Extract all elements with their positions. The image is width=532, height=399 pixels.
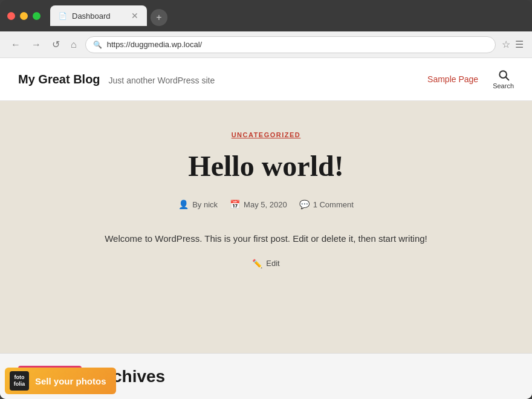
maximize-button[interactable] bbox=[33, 12, 41, 20]
comment-count: 1 Comment bbox=[313, 200, 354, 209]
address-bar[interactable]: 🔍 https://duggmedia.wp.local/ bbox=[85, 36, 496, 53]
svg-line-1 bbox=[505, 77, 508, 80]
author-meta: 👤 By nick bbox=[178, 199, 218, 209]
site-main: UNCATEGORIZED Hello world! 👤 By nick 📅 M… bbox=[0, 101, 532, 353]
address-icon: 🔍 bbox=[93, 41, 102, 49]
comment-icon: 💬 bbox=[299, 199, 310, 209]
post-title: Hello world! bbox=[188, 149, 343, 183]
tab-close-button[interactable]: ✕ bbox=[131, 11, 138, 21]
tab-label: Dashboard bbox=[72, 11, 111, 21]
tab-bar: 📄 Dashboard ✕ + bbox=[50, 5, 525, 26]
site-title: My Great Blog bbox=[18, 73, 100, 86]
date-icon: 📅 bbox=[230, 199, 240, 209]
search-icon bbox=[498, 69, 510, 81]
sample-page-link[interactable]: Sample Page bbox=[427, 74, 478, 84]
back-button[interactable]: ← bbox=[8, 38, 23, 51]
sell-logo: foto folia bbox=[10, 371, 29, 391]
edit-icon: ✏️ bbox=[252, 259, 262, 268]
author-icon: 👤 bbox=[178, 199, 189, 209]
browser-content: My Great Blog Just another WordPress sit… bbox=[0, 58, 532, 399]
post-content: Welcome to WordPress. This is your first… bbox=[105, 231, 427, 247]
nav-actions: ☆ ☰ bbox=[502, 39, 524, 50]
browser-window: 📄 Dashboard ✕ + ← → ↺ ⌂ 🔍 https://duggme… bbox=[0, 0, 532, 399]
edit-link[interactable]: ✏️ Edit bbox=[252, 259, 279, 268]
close-button[interactable] bbox=[7, 12, 15, 20]
active-tab[interactable]: 📄 Dashboard ✕ bbox=[50, 5, 147, 26]
search-button[interactable]: Search bbox=[493, 69, 514, 89]
search-label: Search bbox=[493, 82, 514, 89]
home-button[interactable]: ⌂ bbox=[68, 38, 79, 51]
post-meta: 👤 By nick 📅 May 5, 2020 💬 1 Comment bbox=[178, 199, 354, 209]
website: My Great Blog Just another WordPress sit… bbox=[0, 58, 532, 399]
nav-bar: ← → ↺ ⌂ 🔍 https://duggmedia.wp.local/ ☆ … bbox=[0, 31, 532, 58]
post-date: May 5, 2020 bbox=[244, 200, 287, 209]
new-tab-button[interactable]: + bbox=[151, 9, 167, 26]
site-nav: Sample Page Search bbox=[427, 69, 514, 89]
edit-label: Edit bbox=[266, 259, 279, 268]
comments-meta: 💬 1 Comment bbox=[299, 199, 354, 209]
tab-icon: 📄 bbox=[59, 12, 67, 20]
title-bar: 📄 Dashboard ✕ + bbox=[0, 0, 532, 31]
sell-banner[interactable]: foto folia Sell your photos bbox=[5, 368, 116, 394]
minimize-button[interactable] bbox=[20, 12, 28, 20]
post-category: UNCATEGORIZED bbox=[232, 131, 301, 138]
sell-banner-text: Sell your photos bbox=[35, 376, 106, 386]
site-branding: My Great Blog Just another WordPress sit… bbox=[18, 73, 215, 86]
menu-button[interactable]: ☰ bbox=[515, 39, 524, 50]
date-meta: 📅 May 5, 2020 bbox=[230, 199, 287, 209]
traffic-lights bbox=[7, 12, 41, 20]
site-tagline: Just another WordPress site bbox=[109, 76, 215, 85]
url-text: https://duggmedia.wp.local/ bbox=[107, 40, 203, 49]
refresh-button[interactable]: ↺ bbox=[50, 37, 62, 51]
author-label: By nick bbox=[192, 200, 218, 209]
site-header: My Great Blog Just another WordPress sit… bbox=[0, 58, 532, 101]
bookmark-button[interactable]: ☆ bbox=[502, 39, 510, 50]
forward-button[interactable]: → bbox=[29, 38, 44, 51]
